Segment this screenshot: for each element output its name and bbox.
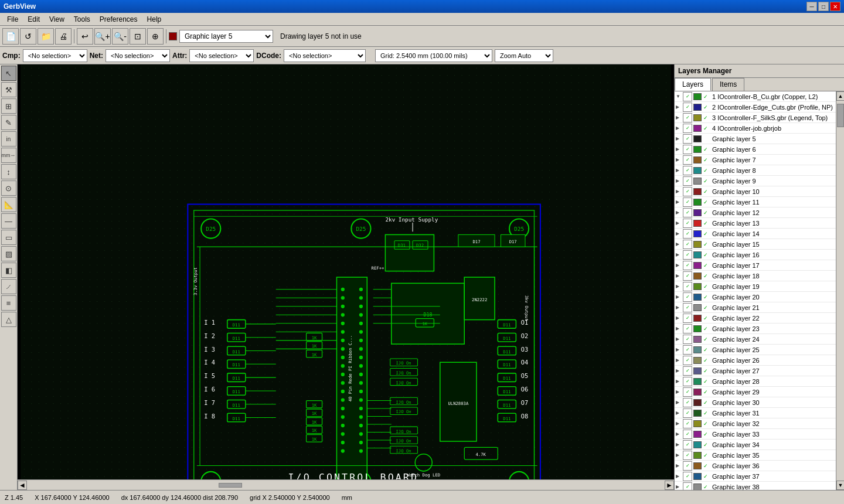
layer-vis-31[interactable]: ✓	[683, 408, 692, 418]
layer-expand-6[interactable]: ▶	[676, 147, 683, 152]
layer-row-24[interactable]: ▶✓✓Graphic layer 24	[675, 334, 836, 345]
zoom-out-button[interactable]: 🔍-	[112, 28, 128, 45]
tri-tool-btn[interactable]: △	[1, 312, 16, 327]
layer-vis-8[interactable]: ✓	[683, 166, 692, 175]
layer-vis-23[interactable]: ✓	[683, 324, 692, 333]
layer-check-11[interactable]: ✓	[703, 199, 711, 205]
layer-vis-37[interactable]: ✓	[683, 472, 692, 481]
layer-check-19[interactable]: ✓	[703, 284, 711, 290]
layer-vis-7[interactable]: ✓	[683, 155, 692, 165]
layer-row-35[interactable]: ▶✓✓Graphic layer 35	[675, 450, 836, 461]
layer-expand-26[interactable]: ▶	[676, 357, 683, 363]
layer-vis-btn[interactable]: ◧	[1, 263, 16, 278]
layer-row-34[interactable]: ▶✓✓Graphic layer 34	[675, 440, 836, 450]
layer-vis-12[interactable]: ✓	[683, 208, 692, 217]
scroll-right-btn[interactable]: ►	[665, 481, 674, 490]
layer-row-22[interactable]: ▶✓✓Graphic layer 22	[675, 313, 836, 323]
layer-vis-35[interactable]: ✓	[683, 451, 692, 460]
layer-vis-6[interactable]: ✓	[683, 145, 692, 154]
layer-check-9[interactable]: ✓	[703, 178, 711, 184]
layer-vis-22[interactable]: ✓	[683, 314, 692, 323]
layer-vis-38[interactable]: ✓	[683, 482, 692, 491]
canvas-area[interactable]: 2kv Input Supply D25 D25 D25 D25 D25 D25…	[18, 64, 674, 490]
layer-check-18[interactable]: ✓	[703, 273, 711, 279]
layer-expand-12[interactable]: ▶	[676, 210, 683, 215]
layer-check-24[interactable]: ✓	[703, 336, 711, 342]
layer-row-12[interactable]: ▶✓✓Graphic layer 12	[675, 207, 836, 218]
layer-row-30[interactable]: ▶✓✓Graphic layer 30	[675, 397, 836, 408]
net-dropdown[interactable]: <No selection>	[106, 49, 170, 62]
line-tool-btn[interactable]: —	[1, 213, 16, 229]
menu-tools[interactable]: Tools	[69, 14, 95, 25]
layer-row-14[interactable]: ▶✓✓Graphic layer 14	[675, 229, 836, 239]
layer-check-37[interactable]: ✓	[703, 474, 711, 479]
layer-row-27[interactable]: ▶✓✓Graphic layer 27	[675, 366, 836, 376]
undo-button[interactable]: ↩	[77, 28, 93, 45]
menu-help[interactable]: Help	[142, 14, 166, 25]
menu-view[interactable]: View	[45, 14, 69, 25]
layers-list[interactable]: ▼✓✓1 IOcontroller-B_Cu.gbr (Copper, L2)▶…	[675, 91, 836, 490]
layer-check-7[interactable]: ✓	[703, 157, 711, 163]
layer-check-30[interactable]: ✓	[703, 400, 711, 406]
layer-row-38[interactable]: ▶✓✓Graphic layer 38	[675, 482, 836, 490]
scroll-left-btn[interactable]: ◄	[18, 481, 27, 490]
layer-check-3[interactable]: ✓	[703, 115, 711, 121]
layer-check-16[interactable]: ✓	[703, 252, 711, 258]
layer-check-2[interactable]: ✓	[703, 104, 711, 110]
layer-check-38[interactable]: ✓	[703, 484, 711, 490]
layer-check-25[interactable]: ✓	[703, 347, 711, 353]
layer-check-29[interactable]: ✓	[703, 389, 711, 395]
zoom-redraw-button[interactable]: ⊕	[147, 28, 164, 45]
layer-vis-26[interactable]: ✓	[683, 356, 692, 365]
close-button[interactable]: ✕	[830, 2, 840, 11]
layer-expand-36[interactable]: ▶	[676, 463, 683, 468]
layer-expand-27[interactable]: ▶	[676, 368, 683, 373]
layer-expand-3[interactable]: ▶	[676, 115, 683, 120]
zoom-fit-button[interactable]: ⊡	[130, 28, 146, 45]
layer-row-23[interactable]: ▶✓✓Graphic layer 23	[675, 323, 836, 334]
layer-vis-16[interactable]: ✓	[683, 250, 692, 260]
layer-check-34[interactable]: ✓	[703, 442, 711, 448]
layer-row-36[interactable]: ▶✓✓Graphic layer 36	[675, 461, 836, 471]
layer-vis-1[interactable]: ✓	[683, 92, 692, 101]
layer-vis-32[interactable]: ✓	[683, 419, 692, 428]
layer-expand-15[interactable]: ▶	[676, 241, 683, 247]
layer-vis-18[interactable]: ✓	[683, 271, 692, 281]
dcode-dropdown[interactable]: <No selection>	[284, 49, 366, 62]
layer-row-5[interactable]: ▶✓Graphic layer 5	[675, 134, 836, 144]
layer-vis-30[interactable]: ✓	[683, 398, 692, 407]
layer-expand-5[interactable]: ▶	[676, 136, 683, 141]
layer-expand-23[interactable]: ▶	[676, 326, 683, 331]
layer-row-21[interactable]: ▶✓✓Graphic layer 21	[675, 302, 836, 313]
layer-vis-15[interactable]: ✓	[683, 240, 692, 249]
layer-row-11[interactable]: ▶✓✓Graphic layer 11	[675, 197, 836, 207]
minimize-button[interactable]: ─	[806, 2, 817, 11]
layer-expand-30[interactable]: ▶	[676, 400, 683, 405]
layer-row-28[interactable]: ▶✓✓Graphic layer 28	[675, 376, 836, 387]
layer-vis-9[interactable]: ✓	[683, 176, 692, 186]
layer-expand-17[interactable]: ▶	[676, 263, 683, 268]
scroll-up-btn[interactable]: ▲	[836, 91, 844, 101]
layer-expand-9[interactable]: ▶	[676, 178, 683, 183]
layer-row-37[interactable]: ▶✓✓Graphic layer 37	[675, 471, 836, 482]
layer-dropdown[interactable]: Graphic layer 5	[179, 30, 273, 43]
layer-check-6[interactable]: ✓	[703, 147, 711, 152]
select-tool-btn[interactable]: ↖	[1, 66, 16, 81]
grid-dropdown[interactable]: Grid: 2.5400 mm (100.00 mils)	[375, 49, 492, 62]
mm-tool-btn[interactable]: mm↔	[1, 148, 16, 163]
layer-row-29[interactable]: ▶✓✓Graphic layer 29	[675, 387, 836, 397]
layer-check-13[interactable]: ✓	[703, 220, 711, 226]
layer-row-3[interactable]: ▶✓✓3 IOcontroller-F_SilkS.gbr (Legend, T…	[675, 113, 836, 123]
layer-vis-33[interactable]: ✓	[683, 430, 692, 439]
tab-layers[interactable]: Layers	[675, 78, 711, 91]
layer-check-14[interactable]: ✓	[703, 231, 711, 237]
layer-expand-35[interactable]: ▶	[676, 452, 683, 458]
layer-row-32[interactable]: ▶✓✓Graphic layer 32	[675, 418, 836, 429]
layer-vis-19[interactable]: ✓	[683, 282, 692, 291]
layer-check-20[interactable]: ✓	[703, 294, 711, 300]
layer-vis-17[interactable]: ✓	[683, 261, 692, 270]
layer-check-4[interactable]: ✓	[703, 125, 711, 131]
layer-check-21[interactable]: ✓	[703, 305, 711, 311]
tab-items[interactable]: Items	[712, 78, 744, 91]
layer-expand-34[interactable]: ▶	[676, 442, 683, 447]
